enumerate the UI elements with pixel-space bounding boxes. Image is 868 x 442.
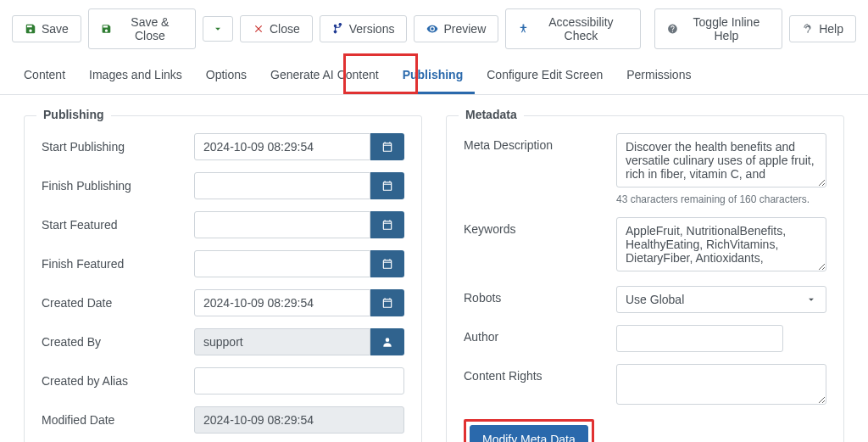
- label-start-publishing: Start Publishing: [42, 140, 194, 154]
- chevron-down-icon: [212, 23, 224, 35]
- row-content-rights: Content Rights: [464, 364, 826, 407]
- metadata-legend: Metadata: [459, 108, 524, 121]
- label-finish-featured: Finish Featured: [42, 257, 194, 271]
- question-circle-icon: [667, 23, 678, 35]
- svg-point-0: [523, 25, 525, 26]
- label-content-rights: Content Rights: [464, 364, 616, 407]
- finish-featured-input[interactable]: [194, 250, 370, 277]
- chevron-down-icon: [805, 294, 817, 305]
- label-start-featured: Start Featured: [42, 218, 194, 232]
- tab-bar: Content Images and Links Options Generat…: [0, 58, 868, 95]
- accessibility-icon: [518, 23, 529, 35]
- modify-highlight-box: Modify Meta Data: [464, 419, 594, 442]
- robots-select[interactable]: Use Global: [616, 286, 826, 313]
- row-finish-featured: Finish Featured: [42, 250, 404, 277]
- label-modified-date: Modified Date: [42, 413, 194, 427]
- tab-generate-ai[interactable]: Generate AI Content: [259, 58, 391, 94]
- help-label: Help: [819, 22, 843, 36]
- toggle-help-button[interactable]: Toggle Inline Help: [654, 8, 783, 49]
- finish-publishing-calendar-button[interactable]: [370, 172, 404, 199]
- calendar-icon: [381, 180, 393, 192]
- label-finish-publishing: Finish Publishing: [42, 179, 194, 193]
- row-start-featured: Start Featured: [42, 211, 404, 238]
- created-by-user-button[interactable]: [370, 328, 404, 355]
- tab-configure-edit[interactable]: Configure Edit Screen: [475, 58, 615, 94]
- row-start-publishing: Start Publishing: [42, 133, 404, 160]
- eye-icon: [426, 23, 438, 35]
- modified-date-input: [194, 406, 404, 434]
- tab-options[interactable]: Options: [194, 58, 259, 94]
- calendar-icon: [381, 141, 393, 153]
- label-created-by: Created By: [42, 335, 194, 349]
- save-button[interactable]: Save: [12, 15, 81, 42]
- created-date-calendar-button[interactable]: [370, 289, 404, 316]
- close-label: Close: [270, 22, 300, 36]
- row-modify-button: Modify Meta Data: [464, 419, 826, 442]
- close-button[interactable]: Close: [240, 15, 313, 42]
- start-featured-calendar-button[interactable]: [370, 211, 404, 238]
- label-meta-description: Meta Description: [464, 133, 616, 205]
- start-publishing-input[interactable]: [194, 133, 370, 160]
- label-created-date: Created Date: [42, 296, 194, 310]
- tab-permissions[interactable]: Permissions: [615, 58, 703, 94]
- row-meta-description: Meta Description 43 characters remaining…: [464, 133, 826, 205]
- save-close-label: Save & Close: [117, 15, 183, 42]
- label-robots: Robots: [464, 286, 616, 313]
- finish-featured-calendar-button[interactable]: [370, 250, 404, 277]
- question-icon: [802, 23, 814, 35]
- row-modified-date: Modified Date: [42, 406, 404, 434]
- author-input[interactable]: [616, 325, 783, 352]
- created-date-input[interactable]: [194, 289, 370, 316]
- save-label: Save: [42, 22, 69, 36]
- content-rights-textarea[interactable]: [616, 364, 826, 405]
- top-toolbar: Save Save & Close Close Versions Preview…: [0, 0, 868, 58]
- toggle-help-label: Toggle Inline Help: [683, 15, 771, 42]
- publishing-legend: Publishing: [36, 108, 111, 121]
- user-icon: [381, 336, 393, 348]
- publishing-panel: Publishing Start Publishing Finish Publi…: [24, 115, 422, 442]
- row-created-by-alias: Created by Alias: [42, 367, 404, 394]
- label-keywords: Keywords: [464, 217, 616, 274]
- label-created-by-alias: Created by Alias: [42, 374, 194, 388]
- versions-button[interactable]: Versions: [320, 15, 408, 42]
- save-icon: [25, 23, 36, 35]
- modify-metadata-button[interactable]: Modify Meta Data: [470, 425, 588, 442]
- row-created-by: Created By: [42, 328, 404, 355]
- created-by-alias-input[interactable]: [194, 367, 404, 394]
- robots-value: Use Global: [626, 293, 684, 306]
- accessibility-label: Accessibility Check: [534, 15, 628, 42]
- row-robots: Robots Use Global: [464, 286, 826, 313]
- created-by-input: [194, 328, 370, 355]
- start-publishing-calendar-button[interactable]: [370, 133, 404, 160]
- metadata-panel: Metadata Meta Description 43 characters …: [446, 115, 844, 442]
- tab-images-links[interactable]: Images and Links: [77, 58, 194, 94]
- calendar-icon: [381, 258, 393, 270]
- help-button[interactable]: Help: [789, 15, 856, 42]
- row-keywords: Keywords: [464, 217, 826, 274]
- calendar-icon: [381, 219, 393, 231]
- save-close-button[interactable]: Save & Close: [88, 8, 196, 49]
- branch-icon: [332, 23, 344, 35]
- save-dropdown-button[interactable]: [203, 16, 233, 42]
- label-author: Author: [464, 325, 616, 352]
- row-created-date: Created Date: [42, 289, 404, 316]
- save-icon: [101, 23, 112, 35]
- meta-description-helper: 43 characters remaining of 160 character…: [616, 193, 826, 205]
- accessibility-button[interactable]: Accessibility Check: [505, 8, 640, 49]
- tab-content[interactable]: Content: [12, 58, 77, 94]
- keywords-textarea[interactable]: [616, 217, 826, 271]
- preview-button[interactable]: Preview: [414, 15, 498, 42]
- calendar-icon: [381, 297, 393, 309]
- finish-publishing-input[interactable]: [194, 172, 370, 199]
- meta-description-textarea[interactable]: [616, 133, 826, 187]
- close-icon: [253, 23, 264, 35]
- preview-label: Preview: [443, 22, 486, 36]
- versions-label: Versions: [349, 22, 395, 36]
- panels-row: Publishing Start Publishing Finish Publi…: [0, 95, 868, 442]
- row-finish-publishing: Finish Publishing: [42, 172, 404, 199]
- tab-publishing[interactable]: Publishing: [391, 58, 476, 94]
- start-featured-input[interactable]: [194, 211, 370, 238]
- row-author: Author: [464, 325, 826, 352]
